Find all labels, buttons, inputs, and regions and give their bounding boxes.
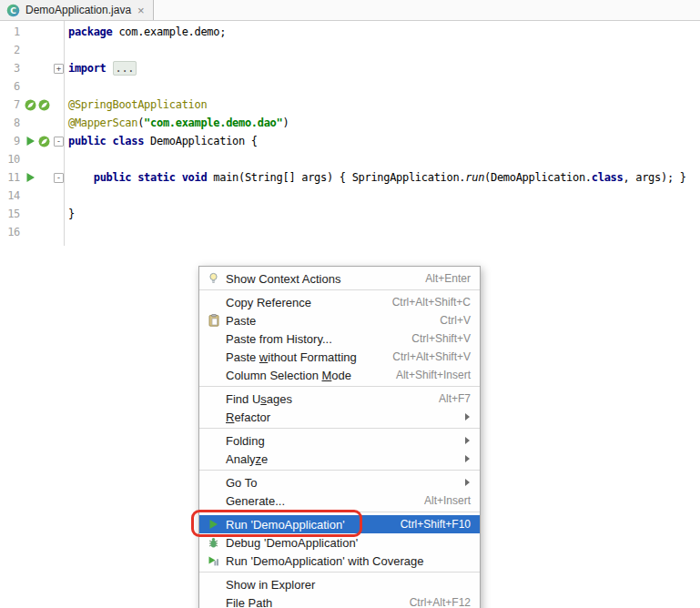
svg-text:C: C <box>10 5 16 15</box>
spring-bean-icon[interactable] <box>38 136 50 147</box>
menu-item-shortcut: Ctrl+Shift+V <box>397 332 471 345</box>
code-line-1[interactable]: 1package com.example.demo; <box>0 23 700 41</box>
paste-icon <box>204 313 223 328</box>
code-line-3[interactable]: 3+import ... <box>0 59 700 77</box>
menu-item-shortcut: Alt+Enter <box>411 272 471 285</box>
submenu-arrow-icon <box>465 413 470 421</box>
menu-item-shortcut: Alt+Shift+Insert <box>381 369 471 381</box>
line-number: 2 <box>0 41 20 59</box>
ide-window: C DemoApplication.java × 1package com.ex… <box>0 0 700 608</box>
menu-item-label: Go To <box>226 476 257 490</box>
menu-item-label: File Path <box>226 596 272 608</box>
code-text: public static void main(String[] args) {… <box>68 168 686 187</box>
menu-item-paste-without-formatting[interactable]: Paste without FormattingCtrl+Alt+Shift+V <box>199 348 480 366</box>
menu-item-folding[interactable]: Folding <box>199 431 480 450</box>
fold-marker-icon[interactable]: - <box>54 137 64 147</box>
menu-item-copy-reference[interactable]: Copy ReferenceCtrl+Alt+Shift+C <box>199 293 480 311</box>
menu-separator <box>199 512 480 512</box>
line-number: 14 <box>0 187 20 205</box>
submenu-arrow-icon <box>465 479 470 486</box>
code-line-9[interactable]: 9-public class DemoApplication { <box>0 132 700 150</box>
line-number: 7 <box>0 96 20 114</box>
menu-item-generate[interactable]: Generate...Alt+Insert <box>199 491 480 510</box>
lightbulb-icon <box>204 271 223 286</box>
menu-item-label: Analyze <box>226 452 268 466</box>
close-tab-icon[interactable]: × <box>137 5 145 16</box>
code-text: @MapperScan("com.example.demo.dao") <box>68 114 289 132</box>
line-number: 8 <box>0 114 20 132</box>
menu-separator <box>199 470 480 471</box>
menu-item-label: Generate... <box>226 494 285 508</box>
code-line-8[interactable]: 8@MapperScan("com.example.demo.dao") <box>0 114 700 132</box>
line-number: 15 <box>0 205 20 223</box>
menu-item-paste[interactable]: PasteCtrl+V <box>199 311 480 329</box>
code-area: 1package com.example.demo;23+import ...6… <box>0 23 700 241</box>
code-line-15[interactable]: 15} <box>0 205 700 223</box>
menu-separator <box>199 428 480 429</box>
code-line-14[interactable]: 14 <box>0 187 700 205</box>
menu-separator <box>199 386 480 387</box>
run-coverage-icon <box>204 553 223 568</box>
menu-item-file-path[interactable]: File PathCtrl+Alt+F12 <box>199 593 480 608</box>
menu-item-analyze[interactable]: Analyze <box>199 450 480 468</box>
code-line-7[interactable]: 7@SpringBootApplication <box>0 96 700 114</box>
menu-item-show-context-actions[interactable]: Show Context ActionsAlt+Enter <box>199 269 480 288</box>
run-icon <box>204 517 223 532</box>
menu-item-label: Refactor <box>226 410 270 424</box>
code-line-2[interactable]: 2 <box>0 41 700 59</box>
line-number: 6 <box>0 77 20 96</box>
code-line-10[interactable]: 10 <box>0 150 700 168</box>
code-line-11[interactable]: 11- public static void main(String[] arg… <box>0 168 700 187</box>
fold-marker-icon[interactable]: + <box>54 64 64 74</box>
menu-item-icon-slot <box>204 410 223 424</box>
debug-icon <box>204 535 223 550</box>
menu-item-shortcut: Ctrl+Shift+F10 <box>386 518 471 531</box>
spring-bean-icon[interactable] <box>38 99 50 111</box>
menu-separator <box>199 289 480 290</box>
menu-separator <box>199 572 480 573</box>
menu-item-label: Paste from History... <box>226 332 332 346</box>
menu-item-debug-demoapplication[interactable]: Debug 'DemoApplication' <box>199 533 480 552</box>
menu-item-icon-slot <box>204 295 223 309</box>
menu-item-label: Copy Reference <box>226 296 311 309</box>
spring-bean-icon[interactable] <box>25 99 36 111</box>
line-number: 11 <box>0 168 20 187</box>
gutter-icons <box>25 132 50 150</box>
editor-tab-bar: C DemoApplication.java × <box>0 0 700 21</box>
code-text: package com.example.demo; <box>68 23 226 41</box>
menu-item-paste-from-history[interactable]: Paste from History...Ctrl+Shift+V <box>199 329 480 348</box>
menu-item-label: Find Usages <box>226 392 292 406</box>
menu-item-label: Debug 'DemoApplication' <box>226 536 358 550</box>
code-text: } <box>68 205 75 223</box>
menu-item-shortcut: Alt+F7 <box>424 392 471 405</box>
menu-item-refactor[interactable]: Refactor <box>199 408 480 426</box>
menu-item-shortcut: Ctrl+V <box>425 314 471 327</box>
run-icon[interactable] <box>25 136 36 147</box>
menu-item-go-to[interactable]: Go To <box>199 473 480 491</box>
menu-item-shortcut: Ctrl+Alt+Shift+V <box>378 350 471 363</box>
menu-item-label: Run 'DemoApplication' with Coverage <box>226 554 423 568</box>
menu-item-run-demoapplication-with-coverage[interactable]: Run 'DemoApplication' with Coverage <box>199 552 480 570</box>
fold-marker-icon[interactable]: - <box>54 173 64 183</box>
gutter-icons <box>25 168 36 187</box>
menu-item-label: Folding <box>226 434 265 448</box>
code-line-16[interactable]: 16 <box>0 223 700 241</box>
menu-item-show-in-explorer[interactable]: Show in Explorer <box>199 575 480 593</box>
submenu-arrow-icon <box>465 437 470 444</box>
code-line-6[interactable]: 6 <box>0 77 700 96</box>
run-icon[interactable] <box>25 172 36 184</box>
menu-item-label: Show in Explorer <box>226 578 315 592</box>
tab-demoapplication-java[interactable]: C DemoApplication.java × <box>0 0 154 20</box>
code-text: import ... <box>68 59 137 77</box>
menu-item-find-usages[interactable]: Find UsagesAlt+F7 <box>199 390 480 408</box>
menu-item-icon-slot <box>204 451 223 466</box>
editor-context-menu: Show Context ActionsAlt+EnterCopy Refere… <box>198 266 481 608</box>
menu-item-column-selection-mode[interactable]: Column Selection ModeAlt+Shift+Insert <box>199 366 480 384</box>
gutter-icons <box>25 96 50 114</box>
menu-item-run-demoapplication[interactable]: Run 'DemoApplication'Ctrl+Shift+F10 <box>199 515 480 533</box>
menu-item-label: Show Context Actions <box>226 272 340 286</box>
line-number: 3 <box>0 59 20 77</box>
menu-item-label: Run 'DemoApplication' <box>226 518 345 532</box>
menu-item-icon-slot <box>204 350 223 364</box>
menu-item-icon-slot <box>204 475 223 490</box>
